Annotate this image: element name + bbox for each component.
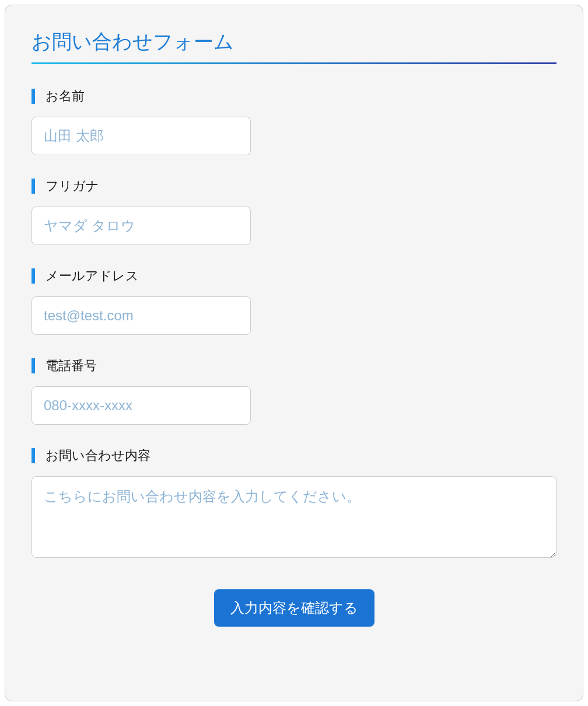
contact-form-container: お問い合わせフォーム お名前 フリガナ メールアドレス 電話番号 (5, 5, 583, 701)
form-group-phone: 電話番号 (32, 357, 556, 425)
label-name: お名前 (32, 88, 556, 105)
submit-button[interactable]: 入力内容を確認する (214, 589, 374, 627)
form-group-furigana: フリガナ (32, 177, 556, 245)
label-phone: 電話番号 (32, 357, 556, 375)
form-group-email: メールアドレス (32, 267, 556, 335)
furigana-input[interactable] (32, 207, 251, 245)
form-title: お問い合わせフォーム (32, 29, 556, 64)
phone-input[interactable] (32, 386, 251, 425)
label-bar-icon (32, 179, 35, 194)
label-bar-icon (32, 448, 35, 463)
label-message: お問い合わせ内容 (32, 447, 556, 464)
form-group-name: お名前 (32, 88, 556, 155)
name-input[interactable] (32, 117, 251, 155)
form-group-message: お問い合わせ内容 (32, 447, 556, 560)
label-bar-icon (32, 268, 35, 284)
message-textarea[interactable] (32, 476, 556, 558)
label-text-furigana: フリガナ (46, 177, 99, 195)
label-text-message: お問い合わせ内容 (46, 447, 150, 464)
email-input[interactable] (32, 296, 251, 335)
button-wrapper: 入力内容を確認する (32, 589, 556, 627)
label-text-name: お名前 (46, 88, 85, 105)
label-text-email: メールアドレス (46, 267, 139, 285)
label-email: メールアドレス (32, 267, 556, 285)
label-bar-icon (32, 358, 35, 373)
label-bar-icon (32, 89, 35, 104)
label-furigana: フリガナ (32, 177, 556, 195)
label-text-phone: 電話番号 (46, 357, 97, 375)
